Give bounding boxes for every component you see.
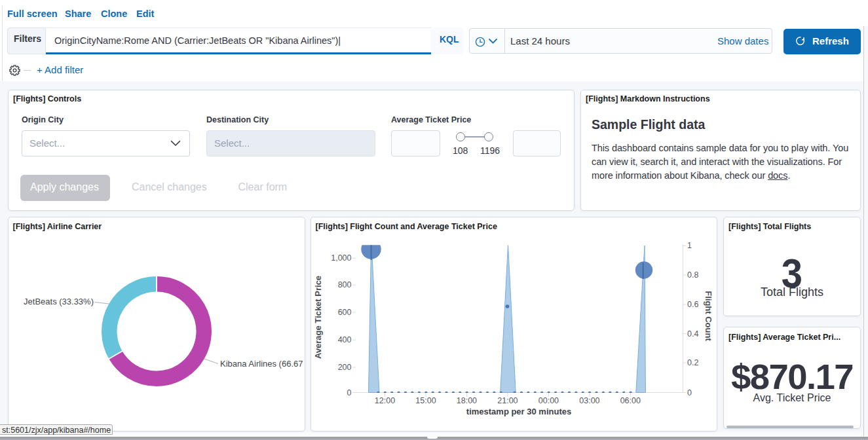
- svg-text:JetBeats (33.33%): JetBeats (33.33%): [24, 297, 94, 306]
- svg-text:12:00: 12:00: [375, 396, 395, 405]
- svg-text:600: 600: [338, 308, 352, 317]
- svg-text:Kibana Airlines (66.67: Kibana Airlines (66.67: [220, 359, 303, 369]
- svg-text:21:00: 21:00: [497, 396, 518, 405]
- svg-text:18:00: 18:00: [457, 396, 477, 405]
- svg-text:0: 0: [687, 388, 692, 397]
- svg-text:Average Ticket Price: Average Ticket Price: [313, 276, 323, 359]
- svg-text:0.2: 0.2: [687, 358, 698, 367]
- svg-text:1: 1: [687, 241, 692, 250]
- svg-text:0.8: 0.8: [687, 270, 698, 280]
- svg-text:06:00: 06:00: [620, 396, 641, 405]
- svg-text:0.4: 0.4: [687, 329, 698, 339]
- svg-text:1,000: 1,000: [331, 253, 351, 263]
- svg-text:15:00: 15:00: [415, 396, 436, 405]
- svg-text:400: 400: [338, 335, 352, 344]
- svg-text:0.6: 0.6: [687, 300, 698, 309]
- svg-text:800: 800: [338, 280, 352, 289]
- svg-text:Flight Count: Flight Count: [704, 291, 713, 341]
- svg-text:00:00: 00:00: [538, 396, 559, 405]
- svg-text:200: 200: [338, 363, 352, 372]
- svg-text:timestamp per 30 minutes: timestamp per 30 minutes: [466, 407, 571, 416]
- svg-text:0: 0: [347, 388, 352, 397]
- svg-text:03:00: 03:00: [579, 396, 599, 405]
